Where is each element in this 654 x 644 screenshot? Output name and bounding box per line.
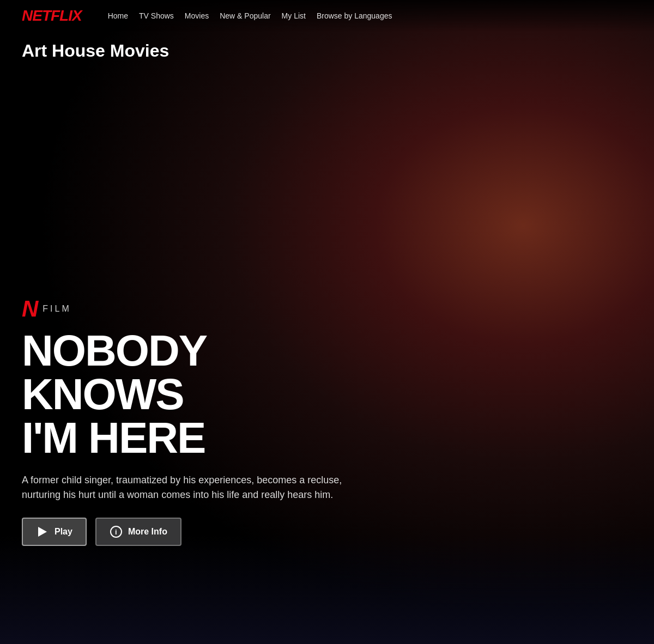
more-info-button[interactable]: i More Info (95, 518, 181, 546)
play-button-label: Play (55, 527, 72, 537)
page-title: Art House Movies (22, 41, 169, 61)
movie-title-line3: I'M HERE (22, 414, 205, 462)
play-icon (36, 525, 49, 538)
netflix-film-label: N FILM (22, 297, 376, 320)
nav-item-new-popular[interactable]: New & Popular (220, 11, 270, 20)
navbar: NETFLIX Home TV Shows Movies New & Popul… (0, 0, 654, 31)
info-circle-icon: i (110, 526, 122, 538)
nav-item-mylist[interactable]: My List (282, 11, 306, 20)
play-triangle-icon (38, 527, 47, 537)
nav-item-movies[interactable]: Movies (185, 11, 209, 20)
movie-title-line1: NOBODY (22, 326, 207, 375)
info-icon: i (110, 525, 123, 538)
nav-item-browse-languages[interactable]: Browse by Languages (317, 11, 392, 20)
nav-item-tvshows[interactable]: TV Shows (139, 11, 174, 20)
movie-title-line2: KNOWS (22, 370, 184, 418)
netflix-logo[interactable]: NETFLIX (22, 7, 82, 25)
action-buttons: Play i More Info (22, 518, 376, 546)
film-label: FILM (43, 304, 71, 314)
play-button[interactable]: Play (22, 518, 87, 546)
content-area: N FILM NOBODY KNOWS I'M HERE A former ch… (22, 297, 376, 546)
movie-title: NOBODY KNOWS I'M HERE (22, 329, 376, 460)
nav-links: Home TV Shows Movies New & Popular My Li… (108, 11, 392, 21)
hero: Art House Movies N FILM NOBODY KNOWS I'M… (0, 0, 654, 644)
nav-item-home[interactable]: Home (108, 11, 128, 20)
movie-description: A former child singer, traumatized by hi… (22, 473, 376, 502)
more-info-button-label: More Info (128, 527, 167, 537)
netflix-n-logo: N (22, 297, 38, 320)
